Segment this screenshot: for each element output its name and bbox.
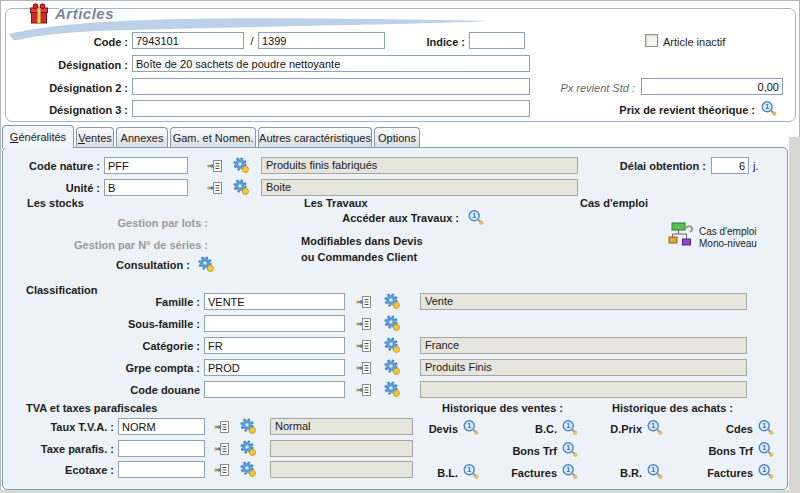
bons-trf-achats-lookup-icon[interactable] bbox=[757, 441, 774, 458]
famille-label: Famille : bbox=[58, 296, 200, 308]
taxe-parafis-select-icon[interactable] bbox=[214, 441, 230, 457]
delai-obtention-unit: j. bbox=[753, 160, 759, 172]
ecotaxe-input[interactable] bbox=[118, 461, 205, 478]
designation3-input[interactable] bbox=[132, 100, 530, 117]
cdes-label: Cdes bbox=[691, 423, 753, 435]
taxe-parafis-gear-icon[interactable] bbox=[240, 440, 256, 456]
ecotaxe-display bbox=[270, 461, 413, 478]
br-lookup-icon[interactable] bbox=[646, 463, 663, 480]
code-nature-display: Produits finis fabriqués bbox=[261, 157, 578, 174]
historique-achats-legend: Historique des achats : bbox=[609, 402, 736, 414]
page-title: Articles bbox=[55, 5, 114, 22]
ecotaxe-gear-icon[interactable] bbox=[240, 461, 256, 477]
bl-label: B.L. bbox=[410, 467, 458, 479]
sous-famille-select-icon[interactable] bbox=[356, 316, 372, 332]
ecotaxe-select-icon[interactable] bbox=[214, 462, 230, 478]
sous-famille-label: Sous-famille : bbox=[58, 318, 200, 330]
tab-autres-caracteristiques[interactable]: Autres caractéristiques bbox=[258, 127, 372, 147]
grpe-compta-input[interactable] bbox=[204, 359, 345, 376]
taux-tva-select-icon[interactable] bbox=[214, 419, 230, 435]
tab-ventes[interactable]: Ventes bbox=[76, 127, 114, 147]
taux-tva-gear-icon[interactable] bbox=[240, 418, 256, 434]
famille-select-icon[interactable] bbox=[356, 294, 372, 310]
bons-trf-ventes-lookup-icon[interactable] bbox=[561, 441, 578, 458]
tab-generalites[interactable]: Généralités bbox=[2, 125, 74, 148]
dprix-label: D.Prix bbox=[594, 423, 642, 435]
devis-lookup-icon[interactable] bbox=[462, 419, 479, 436]
grpe-compta-gear-icon[interactable] bbox=[384, 359, 400, 375]
prix-revient-theorique-lookup-icon[interactable] bbox=[760, 100, 777, 117]
famille-gear-icon[interactable] bbox=[384, 293, 400, 309]
designation2-label: Désignation 2 : bbox=[8, 82, 128, 94]
taux-tva-input[interactable] bbox=[118, 418, 205, 435]
article-inactif-checkbox[interactable] bbox=[645, 34, 658, 47]
designation3-label: Désignation 3 : bbox=[8, 104, 128, 116]
article-inactif-label: Article inactif bbox=[663, 36, 725, 48]
sous-famille-gear-icon[interactable] bbox=[384, 315, 400, 331]
code-nature-label: Code nature : bbox=[8, 160, 100, 172]
unite-select-icon[interactable] bbox=[207, 180, 223, 196]
classification-legend: Classification bbox=[23, 284, 101, 296]
taxe-parafis-input[interactable] bbox=[118, 440, 205, 457]
delai-obtention-label: Délai obtention : bbox=[580, 160, 706, 172]
bl-lookup-icon[interactable] bbox=[462, 463, 479, 480]
code-douane-input[interactable] bbox=[204, 381, 345, 398]
tab-gam-et-nomen[interactable]: Gam. et Nomen. bbox=[170, 127, 256, 147]
cdes-lookup-icon[interactable] bbox=[757, 419, 774, 436]
consultation-gear-icon[interactable] bbox=[198, 256, 214, 272]
acceder-travaux-lookup-icon[interactable] bbox=[467, 209, 484, 226]
grpe-compta-display: Produits Finis bbox=[420, 359, 747, 376]
devis-label: Devis bbox=[410, 423, 458, 435]
taux-tva-label: Taux T.V.A. : bbox=[20, 421, 114, 433]
code-nature-select-icon[interactable] bbox=[207, 158, 223, 174]
categorie-select-icon[interactable] bbox=[356, 338, 372, 354]
modifiables-label-line2: ou Commandes Client bbox=[301, 251, 417, 263]
categorie-display: France bbox=[420, 337, 747, 354]
unite-label: Unité : bbox=[8, 182, 100, 194]
code-douane-select-icon[interactable] bbox=[356, 382, 372, 398]
factures-ventes-lookup-icon[interactable] bbox=[561, 463, 578, 480]
factures-achats-lookup-icon[interactable] bbox=[757, 463, 774, 480]
px-revient-std-input[interactable] bbox=[641, 78, 783, 95]
code-douane-display bbox=[420, 381, 747, 398]
px-revient-std-label: Px revient Std : bbox=[520, 82, 635, 94]
unite-gear-icon[interactable] bbox=[233, 179, 249, 195]
unite-display: Boite bbox=[261, 179, 578, 196]
famille-input[interactable] bbox=[204, 293, 345, 310]
code-nature-input[interactable] bbox=[104, 157, 188, 174]
gestion-series-label: Gestion par N° de séries : bbox=[24, 239, 208, 251]
code-nature-gear-icon[interactable] bbox=[233, 157, 249, 173]
designation2-input[interactable] bbox=[132, 78, 530, 95]
cas-emploi-caption-line2: Mono-niveau bbox=[699, 238, 757, 249]
factures-achats-label: Factures bbox=[691, 467, 753, 479]
window-edge bbox=[789, 137, 800, 493]
taxe-parafis-display bbox=[270, 440, 413, 457]
consultation-label: Consultation : bbox=[24, 259, 190, 271]
taxe-parafis-label: Taxe parafis. : bbox=[20, 443, 114, 455]
tab-options[interactable]: Options bbox=[374, 127, 420, 147]
bons-trf-achats-label: Bons Trf bbox=[691, 445, 753, 457]
modifiables-label-line1: Modifiables dans Devis bbox=[301, 235, 423, 247]
cas-emploi-caption-line1: Cas d'emploi bbox=[699, 226, 757, 237]
code-douane-gear-icon[interactable] bbox=[384, 381, 400, 397]
designation-input[interactable] bbox=[132, 55, 530, 72]
bc-label: B.C. bbox=[495, 423, 557, 435]
historique-ventes-legend: Historique des ventes : bbox=[439, 402, 566, 414]
gift-icon bbox=[28, 3, 50, 25]
grpe-compta-select-icon[interactable] bbox=[356, 360, 372, 376]
categorie-label: Catégorie : bbox=[58, 340, 200, 352]
delai-obtention-input[interactable] bbox=[711, 157, 749, 174]
categorie-input[interactable] bbox=[204, 337, 345, 354]
sous-famille-input[interactable] bbox=[204, 315, 345, 332]
categorie-gear-icon[interactable] bbox=[384, 337, 400, 353]
tab-annexes[interactable]: Annexes bbox=[116, 127, 168, 147]
unite-input[interactable] bbox=[104, 179, 188, 196]
tva-legend: TVA et taxes parafiscales bbox=[23, 402, 160, 414]
bc-lookup-icon[interactable] bbox=[561, 419, 578, 436]
acceder-travaux-label: Accéder aux Travaux : bbox=[301, 212, 459, 224]
dprix-lookup-icon[interactable] bbox=[646, 419, 663, 436]
stocks-legend: Les stocks bbox=[24, 197, 87, 209]
cas-emploi-mono-niveau-icon[interactable] bbox=[666, 222, 694, 248]
bons-trf-ventes-label: Bons Trf bbox=[495, 445, 557, 457]
famille-display: Vente bbox=[420, 293, 747, 310]
